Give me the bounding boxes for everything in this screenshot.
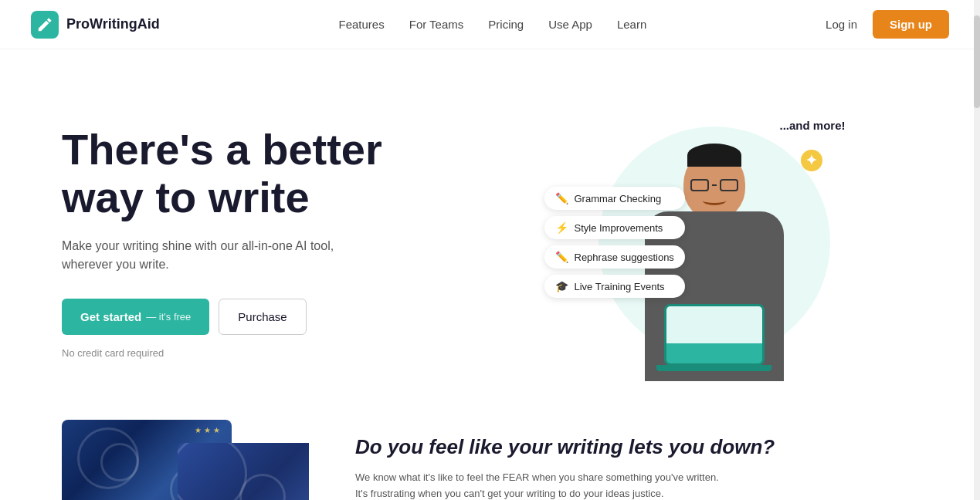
bottom-text-content: Do you feel like your writing lets you d… <box>309 420 934 500</box>
brand-name: ProWritingAid <box>66 16 160 32</box>
nav-links: Features For Teams Pricing Use App Learn <box>339 18 647 31</box>
bottom-section: ★ ★ ★ ★ ★ ★ ★ My idea in my head Do you … <box>0 420 980 500</box>
glasses-left <box>690 179 709 191</box>
hero-image-area: ✏️ Grammar Checking ⚡ Style Improvements… <box>494 96 934 389</box>
grammar-icon: ✏️ <box>555 192 568 204</box>
feature-tag-rephrase: ✏️ Rephrase suggestions <box>544 245 685 269</box>
glasses-bridge <box>712 184 717 186</box>
rephrase-icon: ✏️ <box>555 251 568 263</box>
navbar: ProWritingAid Features For Teams Pricing… <box>0 0 980 49</box>
art-card-starry-2: ★ ★ <box>178 443 309 500</box>
nav-learn[interactable]: Learn <box>617 18 646 31</box>
feature-tag-grammar: ✏️ Grammar Checking <box>544 187 685 210</box>
login-link[interactable]: Log in <box>826 18 857 31</box>
swirl-2 <box>100 443 139 481</box>
navbar-actions: Log in Sign up <box>826 10 949 39</box>
feature-tag-training: 🎓 Live Training Events <box>544 275 685 298</box>
bottom-description: We know what it's like to feel the FEAR … <box>355 470 726 500</box>
person-head <box>683 150 745 219</box>
swirl-art2-1 <box>178 443 247 500</box>
training-icon: 🎓 <box>555 280 568 292</box>
get-started-button[interactable]: Get started — it's free <box>62 299 209 335</box>
person-glasses <box>690 179 738 191</box>
nav-features[interactable]: Features <box>339 18 385 31</box>
laptop-base <box>656 365 771 371</box>
nav-pricing[interactable]: Pricing <box>488 18 524 31</box>
glasses-right <box>720 179 738 191</box>
no-credit-text: No credit card required <box>62 347 494 359</box>
feature-tags: ✏️ Grammar Checking ⚡ Style Improvements… <box>544 187 685 298</box>
brand-logo-icon <box>31 11 59 39</box>
hero-title: There's a better way to write <box>62 126 494 221</box>
person-hair <box>687 144 741 167</box>
hero-subtitle: Make your writing shine with our all-in-… <box>62 237 355 274</box>
person-illustration: ✏️ Grammar Checking ⚡ Style Improvements… <box>575 103 853 381</box>
scrollbar[interactable] <box>974 0 980 500</box>
hero-content: There's a better way to write Make your … <box>62 126 494 358</box>
laptop-held <box>664 304 765 366</box>
nav-for-teams[interactable]: For Teams <box>409 18 464 31</box>
laptop-screen <box>666 306 762 343</box>
brand-logo-area[interactable]: ProWritingAid <box>31 11 160 39</box>
and-more-label: ...and more! <box>779 119 845 132</box>
plus-icon: ✦ <box>801 150 822 171</box>
bottom-image-area: ★ ★ ★ ★ ★ ★ ★ My idea in my head <box>0 420 309 500</box>
scrollbar-thumb[interactable] <box>974 15 980 108</box>
signup-button[interactable]: Sign up <box>873 10 949 39</box>
hero-section: There's a better way to write Make your … <box>0 49 980 420</box>
bottom-title: Do you feel like your writing lets you d… <box>355 435 934 459</box>
feature-tag-style: ⚡ Style Improvements <box>544 216 685 239</box>
purchase-button[interactable]: Purchase <box>219 299 306 335</box>
hero-buttons: Get started — it's free Purchase <box>62 299 494 335</box>
nav-use-app[interactable]: Use App <box>548 18 592 31</box>
style-icon: ⚡ <box>555 221 568 234</box>
person-smile <box>703 196 726 205</box>
